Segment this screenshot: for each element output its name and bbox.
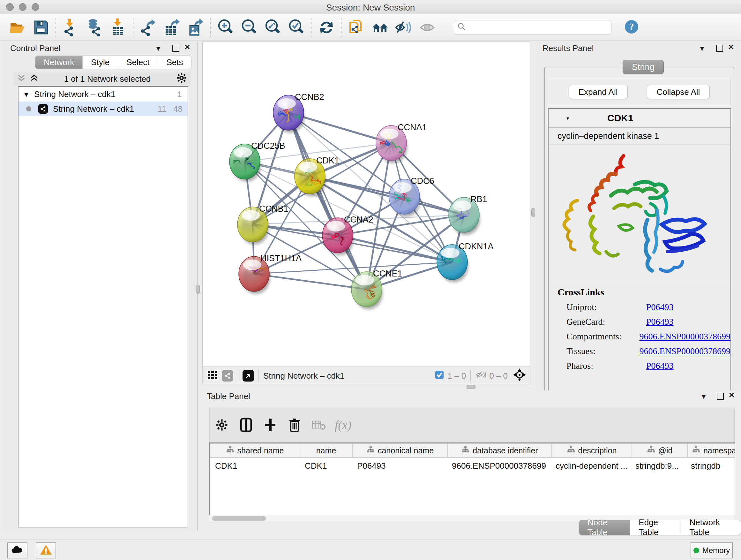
collapse-all-icon[interactable] (29, 73, 39, 85)
zoom-fit-icon[interactable] (261, 17, 285, 38)
save-icon[interactable] (29, 17, 53, 38)
refresh-icon[interactable] (315, 17, 338, 38)
cell-database-identifier[interactable]: 9606.ENSP00000378699 (447, 461, 550, 471)
panel-close-icon[interactable]: × (729, 391, 735, 399)
node-CDKN1A[interactable]: CDKN1A (437, 242, 494, 282)
import-database-icon[interactable] (83, 17, 107, 38)
search-input[interactable] (469, 23, 608, 32)
hide-eye-icon[interactable] (392, 17, 415, 38)
column-header-canonical-name[interactable]: canonical name (353, 443, 448, 457)
warnings-button[interactable] (36, 543, 56, 558)
selected-checkbox-icon[interactable] (434, 370, 444, 382)
panel-float-icon[interactable] (717, 393, 724, 401)
delete-column-icon[interactable] (282, 413, 307, 437)
crosslink-link[interactable]: P06493 (646, 317, 674, 327)
column-header-@id[interactable]: @id (632, 443, 688, 457)
tab-sets[interactable]: Sets (158, 56, 192, 69)
eye-disabled-icon[interactable] (415, 17, 439, 38)
memory-status-icon (693, 548, 699, 553)
crosshair-icon[interactable] (513, 368, 526, 384)
column-header-name[interactable]: name (300, 443, 353, 457)
show-columns-icon[interactable] (234, 413, 258, 437)
warning-icon (40, 544, 52, 557)
collapse-all-button[interactable]: Collapse All (647, 85, 710, 99)
table-row[interactable]: CDK1CDK1P064939606.ENSP00000378699cyclin… (210, 458, 735, 474)
import-network-icon[interactable] (59, 17, 83, 38)
panel-float-icon[interactable] (172, 45, 179, 53)
crosslink-link[interactable]: P06493 (646, 302, 674, 312)
cell-name[interactable]: CDK1 (300, 461, 352, 471)
panel-close-icon[interactable]: × (728, 43, 734, 51)
zoom-selected-icon[interactable] (285, 17, 308, 38)
crosslink-link[interactable]: 9606.ENSP00000378699 (639, 346, 731, 356)
collapse-triangle-icon[interactable]: ▾ (566, 115, 569, 121)
cloud-button[interactable] (7, 543, 27, 558)
cell-shared-name[interactable]: CDK1 (210, 461, 300, 471)
column-header-description[interactable]: description (552, 443, 632, 457)
hidden-eye-icon[interactable] (475, 370, 487, 382)
tab-network[interactable]: Network (35, 56, 83, 69)
node-CDC25B[interactable]: CDC25B (229, 141, 285, 182)
homes-icon[interactable] (368, 17, 392, 38)
network-view-icon[interactable] (222, 370, 233, 381)
tab-style[interactable]: Style (83, 56, 118, 69)
birds-eye-view-icon[interactable] (243, 370, 254, 381)
panel-menu-icon[interactable]: ▾ (702, 393, 705, 400)
cell-@id[interactable]: stringdb:9... (630, 461, 686, 471)
cell-namespace[interactable]: stringdb (686, 461, 735, 471)
create-column-icon[interactable] (258, 413, 282, 437)
network-collection-row[interactable]: ▾ String Network – cdk1 1 (18, 87, 188, 102)
expand-all-icon[interactable] (17, 73, 26, 85)
node-HIST1H1A[interactable]: HIST1H1A (239, 253, 301, 294)
tab-network-table[interactable]: Network Table (681, 520, 741, 535)
column-type-icon (366, 446, 375, 455)
help-icon[interactable]: ? (624, 19, 639, 36)
node-CCNA2[interactable]: CCNA2 (322, 215, 374, 255)
memory-button[interactable]: Memory (690, 543, 733, 558)
column-header-shared-name[interactable]: shared name (210, 443, 300, 457)
table-settings-gear-icon[interactable] (210, 413, 234, 437)
tab-node-table[interactable]: Node Table (579, 520, 630, 535)
tab-edge-table[interactable]: Edge Table (630, 520, 681, 535)
zoom-in-icon[interactable] (214, 17, 238, 38)
network-edge-count: 48 (173, 104, 183, 114)
tab-select[interactable]: Select (118, 56, 158, 69)
expand-all-button[interactable]: Expand All (569, 85, 628, 99)
panel-menu-icon[interactable]: ▾ (700, 45, 704, 52)
network-canvas[interactable]: CCNB2CCNA1CDC25BCDK1CDC6RB1CCNB1CCNA2CDK… (202, 42, 530, 367)
horizontal-splitter-handle[interactable] (467, 385, 475, 389)
column-header-namespace[interactable]: namespace (688, 443, 735, 457)
gear-icon[interactable] (176, 72, 187, 86)
open-folder-icon[interactable] (6, 17, 29, 38)
panel-close-icon[interactable]: × (185, 43, 190, 51)
export-network-icon[interactable] (137, 17, 160, 38)
export-image-icon[interactable] (184, 17, 207, 38)
left-splitter-handle[interactable] (196, 285, 200, 294)
document-share-icon[interactable] (345, 17, 368, 38)
tab-string[interactable]: String (623, 60, 664, 74)
gene-header-row[interactable]: ▾ CDK1 (549, 109, 731, 128)
grid-view-icon[interactable] (207, 369, 218, 382)
cell-canonical-name[interactable]: P06493 (352, 461, 447, 471)
node-CCNA1[interactable]: CCNA1 (376, 123, 427, 163)
cell-description[interactable]: cyclin-dependent ... (550, 461, 630, 471)
collection-expander-icon[interactable]: ▾ (24, 89, 28, 99)
panel-menu-icon[interactable]: ▾ (156, 45, 160, 52)
crosslink-link[interactable]: P06493 (646, 361, 674, 371)
svg-text:?: ? (629, 21, 634, 32)
toolbar-separator (311, 18, 312, 37)
network-row[interactable]: String Network – cdk1 11 48 (18, 102, 188, 116)
import-table-icon[interactable] (107, 17, 130, 38)
panel-float-icon[interactable] (716, 45, 723, 53)
node-CCNE1[interactable]: CCNE1 (351, 269, 402, 309)
crosslink-link[interactable]: 9606.ENSP00000378699 (639, 331, 731, 341)
node-CCNB1[interactable]: CCNB1 (238, 204, 288, 245)
zoom-out-icon[interactable] (238, 17, 261, 38)
node-CCNB2[interactable]: CCNB2 (273, 92, 324, 133)
column-header-database-identifier[interactable]: database identifier (448, 443, 552, 457)
right-splitter-handle[interactable] (531, 208, 535, 217)
node-CDC6[interactable]: CDC6 (389, 176, 434, 217)
crosslink-label: Uniprot: (566, 302, 646, 312)
node-RB1[interactable]: RB1 (449, 194, 487, 235)
export-table-icon[interactable] (160, 17, 184, 38)
